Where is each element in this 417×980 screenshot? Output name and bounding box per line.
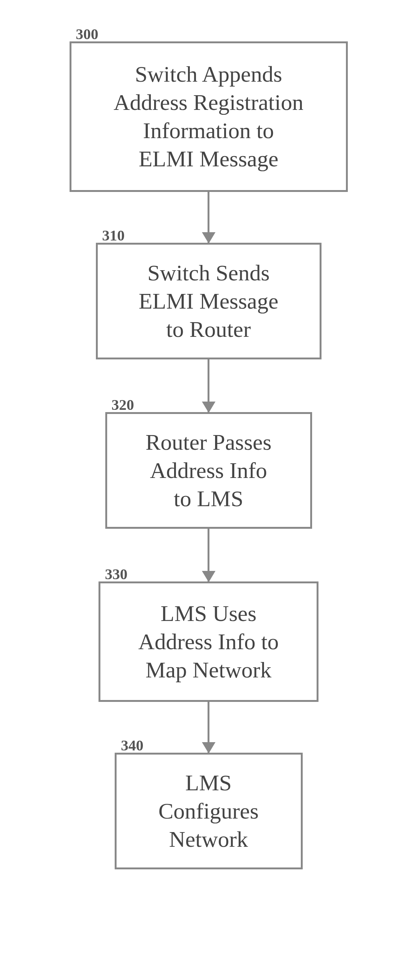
flow-node-text: Switch Appends Address Registration Info… [114,60,303,173]
flow-node-label: 310 [102,227,125,244]
flow-node-text: Router Passes Address Info to LMS [146,428,271,513]
flow-node-text: LMS Uses Address Info to Map Network [138,600,279,684]
flow-node-label: 300 [76,25,98,43]
flowchart: 300 Switch Appends Address Registration … [70,41,348,869]
flow-node-330: 330 LMS Uses Address Info to Map Network [98,581,319,702]
flow-arrow [208,360,209,412]
flow-node-text: Switch Sends ELMI Message to Router [139,259,279,344]
flow-node-300: 300 Switch Appends Address Registration … [70,41,348,192]
flow-arrow [208,529,209,581]
flow-node-340: 340 LMS Configures Network [115,752,303,869]
flow-node-320: 320 Router Passes Address Info to LMS [105,412,312,529]
flow-node-label: 340 [121,737,144,754]
flow-node-label: 330 [105,565,127,583]
flow-node-label: 320 [112,396,134,414]
flow-arrow [208,702,209,752]
flow-node-text: LMS Configures Network [158,769,259,854]
flow-arrow [208,192,209,243]
flow-node-310: 310 Switch Sends ELMI Message to Router [96,243,322,360]
